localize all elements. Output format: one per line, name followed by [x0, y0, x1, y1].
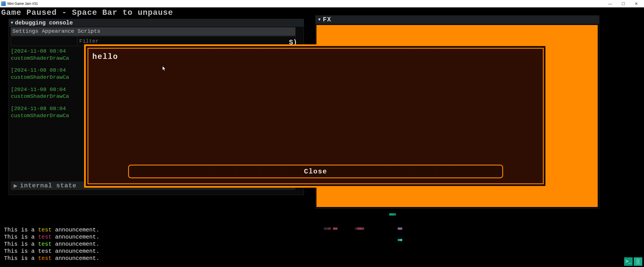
- tab-settings[interactable]: Settings: [11, 27, 40, 36]
- terminal-tray-button[interactable]: >_: [624, 257, 633, 266]
- bottom-tray: >_ ▒: [624, 257, 642, 266]
- collapse-icon: ▼: [11, 20, 13, 25]
- announcement-line: This is a test announcement.: [4, 233, 99, 241]
- collapse-icon: ▼: [318, 17, 321, 22]
- panel-tray-button[interactable]: ▒: [634, 257, 642, 266]
- internal-state-label: internal state: [20, 182, 76, 189]
- window-title: Mini Game Jam #31: [7, 2, 38, 6]
- announcement-line: This is a test announcement.: [4, 255, 99, 262]
- pause-status-text: Game Paused - Space Bar to unpause: [1, 8, 173, 17]
- announcement-log: This is a test announcement. This is a t…: [4, 226, 99, 262]
- fx-panel-title: FX: [323, 16, 331, 23]
- window-minimize-button[interactable]: —: [604, 0, 617, 7]
- window-close-button[interactable]: ✕: [630, 0, 643, 7]
- close-button[interactable]: Close: [128, 165, 503, 178]
- announcement-line: This is a test announcement.: [4, 226, 99, 233]
- filter-box: [11, 36, 78, 46]
- debug-panel-title: debugging console: [15, 20, 73, 26]
- tab-scripts[interactable]: Scripts: [76, 27, 102, 36]
- debug-tabs: Settings Appearance Scripts: [11, 27, 295, 36]
- announcement-line: This is a test announcement.: [4, 241, 99, 248]
- game-canvas: Game Paused - Space Bar to unpause ▼ deb…: [0, 7, 644, 267]
- debug-panel-header[interactable]: ▼ debugging console: [9, 19, 304, 27]
- app-icon: [1, 1, 6, 6]
- announcement-line: This is a test announcement.: [4, 248, 99, 255]
- dialog-box: hello Close: [84, 44, 547, 188]
- dialog-text: hello: [92, 53, 539, 61]
- sprite-preview: [312, 209, 409, 252]
- window-maximize-button[interactable]: ☐: [617, 0, 630, 7]
- tab-appearance[interactable]: Appearance: [40, 27, 76, 36]
- fx-panel-header[interactable]: ▼ FX: [315, 15, 599, 24]
- expand-icon: ▶: [14, 182, 18, 190]
- window-titlebar: Mini Game Jam #31 — ☐ ✕: [0, 0, 644, 7]
